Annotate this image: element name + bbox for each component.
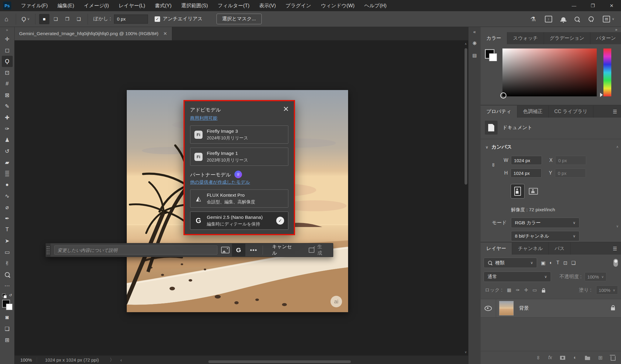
more-options-icon[interactable]: •••	[248, 247, 260, 254]
color-tab[interactable]: スウォッチ	[507, 32, 544, 44]
color-tab[interactable]: カラー	[481, 32, 507, 44]
frame-tool[interactable]: ⊠	[2, 89, 13, 101]
eraser-tool[interactable]: ▰	[2, 157, 13, 168]
cancel-button[interactable]: キャンセル	[266, 244, 303, 256]
reference-image-icon[interactable]	[221, 247, 230, 253]
filter-type-layers-icon[interactable]: T	[556, 260, 559, 265]
zoom-tool[interactable]	[2, 269, 13, 280]
crop-tool[interactable]: #	[2, 78, 13, 89]
feather-input[interactable]	[114, 15, 148, 24]
bell-icon[interactable]	[561, 17, 566, 21]
vertical-scroll-thumb[interactable]	[465, 48, 467, 185]
history-brush-tool[interactable]: ↺	[2, 145, 13, 157]
minimize-icon[interactable]: —	[565, 0, 583, 11]
lock-all-icon[interactable]	[542, 290, 545, 292]
menu-item[interactable]: ウィンドウ(W)	[316, 0, 359, 11]
taskbar-drag-handle[interactable]	[46, 243, 51, 257]
tool-preset-lasso[interactable]: Ϙ ∨	[19, 16, 32, 22]
lock-pixels-icon[interactable]: ✑	[516, 287, 520, 293]
collapse-panels-icon[interactable]: »	[615, 27, 617, 32]
intersect-selection-icon[interactable]: ❑	[74, 14, 84, 24]
rect-marquee-tool[interactable]: ◻	[2, 45, 13, 56]
type-tool[interactable]: T	[2, 224, 13, 235]
hand-tool[interactable]: ✌	[2, 258, 13, 269]
menu-item[interactable]: 書式(Y)	[150, 0, 176, 11]
new-layer-icon[interactable]: ⊞	[598, 355, 603, 361]
document-tab[interactable]: Gemini_Generated_Image_hfq0ijhfq0ijhfq0.…	[14, 27, 172, 40]
blend-mode-select[interactable]: 通常 ∨	[484, 272, 551, 282]
portrait-orientation-button[interactable]	[511, 184, 524, 198]
layer-locked-icon[interactable]	[611, 305, 615, 312]
model-option[interactable]: FiFirefly Image 32024年10月リリース	[190, 125, 288, 144]
zoom-level[interactable]: 100%	[14, 357, 37, 362]
subtract-selection-icon[interactable]: ❐	[62, 14, 72, 24]
filter-adjustment-layers-icon[interactable]: ◐	[549, 260, 552, 265]
scroll-up-icon[interactable]: ∧	[616, 145, 619, 149]
color-field[interactable]	[502, 48, 597, 96]
quick-mask-icon[interactable]: ◙	[2, 312, 13, 323]
hue-slider-marker[interactable]	[600, 93, 603, 97]
foreground-background-swatches[interactable]	[2, 300, 12, 310]
model-option[interactable]: ◭FLUX Kontext Pro会話型、編集、高解像度	[190, 189, 288, 208]
expand-panels-icon[interactable]: «	[473, 29, 476, 34]
width-input[interactable]	[511, 156, 542, 165]
layer-thumbnail[interactable]	[499, 301, 514, 316]
tab-close-icon[interactable]: ✕	[163, 31, 167, 36]
popup-close-icon[interactable]: ✕	[283, 105, 289, 113]
layers-tab[interactable]: パス	[549, 242, 571, 255]
background-color[interactable]	[6, 304, 12, 310]
canvas-section-header[interactable]: ∨ カンバス	[485, 144, 512, 150]
menu-item[interactable]: ヘルプ(H)	[359, 0, 391, 11]
search-icon[interactable]	[575, 17, 579, 22]
eyedropper-tool[interactable]: ✎	[2, 101, 13, 112]
color-tab[interactable]: グラデーション	[544, 32, 590, 44]
scroll-up-icon[interactable]: ∧	[463, 42, 468, 45]
layer-style-icon[interactable]: fx	[548, 355, 552, 360]
rectangle-tool[interactable]: ▭	[2, 246, 13, 258]
ai-sparkle-panel-icon[interactable]: ❋	[472, 40, 477, 47]
color-tab[interactable]: パターン	[590, 32, 621, 44]
pen-tool[interactable]: ✒	[2, 213, 13, 224]
layer-filter-select[interactable]: 種類 ∨	[484, 258, 537, 268]
blur-tool[interactable]: ●	[2, 179, 13, 190]
brush-tool[interactable]: ✑	[2, 123, 13, 134]
more-tools-tool[interactable]: ⋯	[2, 280, 13, 291]
hue-slider[interactable]	[603, 48, 611, 96]
menu-item[interactable]: レイヤー(L)	[114, 0, 150, 11]
path-selection-tool[interactable]: ➤	[2, 235, 13, 246]
smudge-tool[interactable]: ∿	[2, 190, 13, 202]
vertical-scrollbar[interactable]: ∧ ∨	[463, 42, 468, 354]
adjustment-layer-icon[interactable]: ◐	[573, 355, 576, 361]
model-option[interactable]: FiFirefly Image 12023年10月リリース	[190, 148, 288, 166]
color-swatches[interactable]	[485, 49, 497, 61]
model-option[interactable]: GGemini 2.5 (Nano Banana)編集時にディテールを保持✓	[190, 212, 288, 230]
link-dimensions-icon[interactable]: ∞	[492, 162, 495, 168]
select-and-mask-button[interactable]: 選択とマスク...	[217, 14, 262, 24]
new-selection-icon[interactable]: ■	[39, 14, 49, 24]
horizontal-scroll-thumb[interactable]	[208, 360, 351, 363]
lightbulb-icon[interactable]	[589, 16, 594, 22]
layer-row[interactable]: 背景	[481, 299, 621, 318]
panel-menu-icon[interactable]: ☰	[613, 109, 617, 115]
layers-tab[interactable]: チャンネル	[512, 242, 549, 255]
screen-mode-icon[interactable]: ❏	[2, 323, 13, 334]
menu-item[interactable]: イメージ(I)	[79, 0, 114, 11]
prompt-input[interactable]	[54, 245, 217, 255]
properties-tab[interactable]: CC ライブラリ	[549, 105, 593, 118]
filter-shape-layers-icon[interactable]: ⊡	[563, 260, 567, 266]
lock-artboard-icon[interactable]: ▭	[532, 287, 537, 293]
menu-item[interactable]: ファイル(F)	[16, 0, 53, 11]
panel-menu-icon[interactable]: ☰	[613, 246, 617, 252]
menu-item[interactable]: 編集(E)	[53, 0, 79, 11]
menu-item[interactable]: 表示(V)	[254, 0, 281, 11]
spot-healing-tool[interactable]: ✚	[2, 112, 13, 123]
layers-tab[interactable]: レイヤー	[481, 242, 512, 255]
notes-panel-icon[interactable]: ▤	[472, 53, 477, 58]
workspace-switcher[interactable]: ▤ ∨	[603, 16, 614, 22]
lock-transparency-icon[interactable]: ▦	[507, 287, 511, 293]
commercial-use-link[interactable]: 商用利用可能	[190, 115, 217, 121]
menu-item[interactable]: プラグイン	[281, 0, 316, 11]
properties-tab[interactable]: 色調補正	[517, 105, 549, 118]
add-mask-icon[interactable]	[560, 356, 565, 360]
antialias-checkbox[interactable]: ✓	[155, 16, 160, 22]
